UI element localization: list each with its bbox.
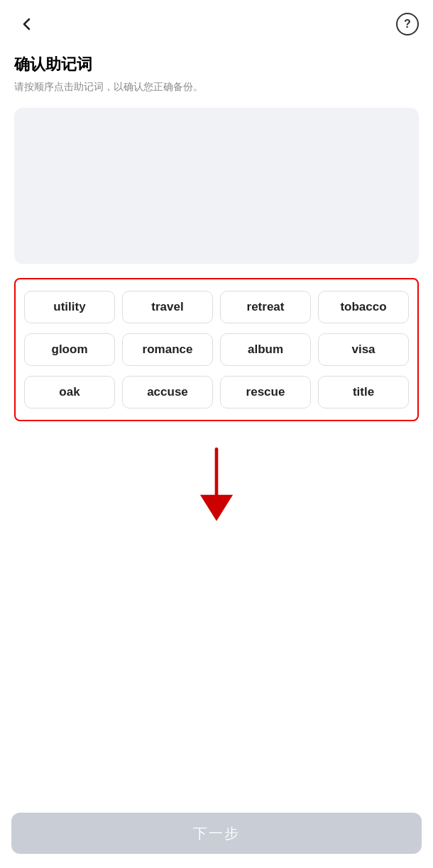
svg-marker-1 bbox=[200, 495, 233, 521]
main-content: 确认助记词 请按顺序点击助记词，以确认您正确备份。 utilitytravelr… bbox=[0, 48, 433, 535]
next-button[interactable]: 下一步 bbox=[11, 813, 422, 854]
word-chip[interactable]: album bbox=[220, 333, 311, 366]
help-button[interactable]: ? bbox=[396, 13, 419, 35]
word-chip[interactable]: accuse bbox=[122, 376, 213, 408]
word-grid: utilitytravelretreattobaccogloomromancea… bbox=[24, 291, 409, 408]
page-subtitle: 请按顺序点击助记词，以确认您正确备份。 bbox=[14, 81, 419, 94]
word-chip[interactable]: oak bbox=[24, 376, 115, 408]
word-chip[interactable]: rescue bbox=[220, 376, 311, 408]
down-arrow-icon bbox=[188, 443, 245, 528]
word-chip[interactable]: retreat bbox=[220, 291, 311, 323]
back-icon bbox=[19, 16, 35, 32]
page-title: 确认助记词 bbox=[14, 54, 419, 75]
header: ? bbox=[0, 0, 433, 48]
word-chip[interactable]: romance bbox=[122, 333, 213, 366]
next-button-area: 下一步 bbox=[0, 813, 433, 868]
word-chip[interactable]: tobacco bbox=[318, 291, 409, 323]
arrow-area bbox=[14, 435, 419, 535]
help-icon: ? bbox=[404, 18, 411, 30]
word-grid-container: utilitytravelretreattobaccogloomromancea… bbox=[14, 278, 419, 421]
word-chip[interactable]: visa bbox=[318, 333, 409, 366]
mnemonic-display-area bbox=[14, 108, 419, 264]
word-chip[interactable]: travel bbox=[122, 291, 213, 323]
word-chip[interactable]: title bbox=[318, 376, 409, 408]
back-button[interactable] bbox=[14, 11, 40, 37]
word-chip[interactable]: utility bbox=[24, 291, 115, 323]
word-chip[interactable]: gloom bbox=[24, 333, 115, 366]
